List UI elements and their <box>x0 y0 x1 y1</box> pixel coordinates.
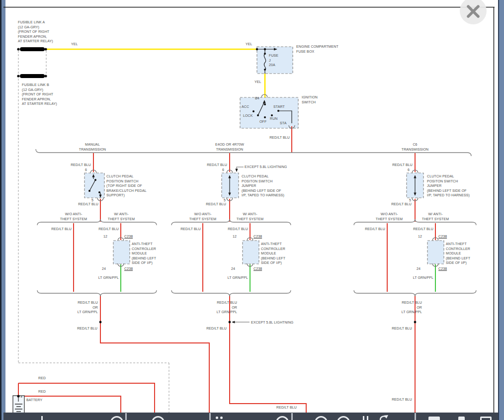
hash-icon[interactable] <box>363 416 364 420</box>
connector-c238[interactable]: C238 <box>253 266 262 271</box>
circle-person-icon[interactable] <box>152 416 165 420</box>
pin-12: 12 <box>233 234 237 239</box>
wire-label: RED/LT BLU <box>70 326 97 331</box>
ignition-switch-box <box>240 97 298 128</box>
col3-component-label: CLUTCH PEDAL POSITON SWITCH JUMPER (BEHI… <box>427 174 470 198</box>
wire-label-ignition-out: RED/LT BLU <box>262 135 290 140</box>
fusible-link-a-label: FUSIBLE LINK A (12 GA-GRY) (FRONT OF RIG… <box>18 20 53 44</box>
ignition-acc-label: ACC <box>242 104 249 109</box>
except-lightning-top-label: EXCEPT 5.8L LIGHTNING <box>245 165 287 169</box>
left-scroll-strip <box>1 0 5 420</box>
ignition-lock-label: LOCK <box>243 113 252 118</box>
pin-6: 6 <box>408 168 410 172</box>
toolbar-separator <box>125 413 127 420</box>
wire-label-green: LT GRN/PPL <box>221 275 248 280</box>
connector-c238[interactable]: C238 <box>253 234 262 239</box>
red-wires <box>18 126 435 413</box>
wire-label: RED/LT BLU <box>44 227 72 232</box>
atc-module-box-col1 <box>113 241 130 264</box>
wire-label: RED/LT BLU <box>385 397 412 402</box>
wire-label: RED/LT BLU <box>384 202 412 207</box>
wire-label: RED/LT BLU <box>385 326 412 331</box>
circle-zoom-out-icon[interactable] <box>315 416 328 420</box>
wire-label: RED/LT BLU <box>200 163 227 168</box>
wire-label-green: LT GRN/PPL <box>91 275 119 280</box>
right-scroll-strip[interactable] <box>498 0 504 420</box>
wire-label-or: RED/LT BLU OR LT GRN/PPL <box>58 300 98 315</box>
circle-lens-icon[interactable] <box>110 416 123 420</box>
circle-zoom-in-icon[interactable] <box>337 416 350 420</box>
connector-c238[interactable]: C238 <box>124 266 133 271</box>
hash-icon[interactable] <box>367 416 368 420</box>
page-outline-icon[interactable] <box>480 417 492 420</box>
atc-module-box-col3 <box>427 241 444 264</box>
connector-c238[interactable]: C238 <box>438 234 447 239</box>
connector-c238[interactable]: C238 <box>438 266 447 271</box>
plus-icon[interactable] <box>41 416 43 420</box>
pin-24: 24 <box>102 266 106 271</box>
w-antitheft-header: W/ ANTI- THEFT SYSTEM <box>225 212 275 221</box>
col2-title: E4OD OR 4R70W TRANSMISSION <box>205 142 254 152</box>
battery-symbol <box>13 396 24 414</box>
pin-24: 24 <box>231 266 235 271</box>
green-wires <box>121 264 435 292</box>
yel-wire-label-1: YEL <box>71 42 78 47</box>
page-wide-icon[interactable] <box>428 417 440 420</box>
wire-label-green: LT GRN/PPL <box>406 275 433 280</box>
page-small-icon[interactable] <box>458 417 465 420</box>
jumper-box-col3 <box>407 173 423 198</box>
fusible-link-b-label: FUSIBLE LINK B (12 GA-GRY) (FRONT OF RIG… <box>22 83 57 106</box>
yel-wire-label-2: YEL <box>246 42 252 47</box>
atc-module-box-col2 <box>243 241 259 264</box>
wire-label: RED/LT BLU <box>71 202 98 207</box>
wire-label: RED/LT BLU <box>64 163 91 168</box>
wire-label: RED/LT BLU <box>406 227 433 232</box>
wo-antitheft-header: W/O ANTI- THEFT SYSTEM <box>364 212 414 221</box>
yel-wire-label-3: YEL <box>254 80 261 84</box>
wiring-svg <box>0 0 504 420</box>
wo-antitheft-header: W/O ANTI- THEFT SYSTEM <box>49 212 98 221</box>
clutch-switch-symbol <box>89 176 100 196</box>
atc-module-label: ANTI-THEFT CONTROLLER MODULE (BEHIND LEF… <box>132 242 156 265</box>
junction-dots <box>17 48 416 397</box>
jumper-box-col2 <box>222 173 239 198</box>
wire-label: RED/LT BLU <box>276 405 297 410</box>
connector-c238[interactable]: C238 <box>124 234 133 239</box>
ignition-run-label: RUN <box>270 116 277 121</box>
fusible-links <box>20 47 45 78</box>
pin-12: 12 <box>103 234 107 239</box>
ignition-b4-label: B4 <box>255 96 259 101</box>
close-button[interactable] <box>460 0 487 24</box>
ignition-sta-label: STA <box>280 121 286 126</box>
fuse-arrow <box>274 48 277 50</box>
rail-and-braces <box>36 149 476 296</box>
pin-24: 24 <box>417 266 420 271</box>
ignition-wiper-arrow <box>263 100 266 103</box>
wire-label: RED/LT BLU <box>221 227 248 232</box>
partial-circle-icon[interactable] <box>276 416 289 420</box>
two-dots-icon[interactable] <box>216 417 218 419</box>
yellow-wires <box>46 49 265 97</box>
wire-label: RED/LT BLU <box>385 163 413 168</box>
toolbar-separator <box>291 413 293 420</box>
wire-label: RED/LT BLU <box>199 326 227 331</box>
ignition-switch-title: IGNITION SWITCH <box>302 95 318 104</box>
two-dots-icon[interactable] <box>220 417 223 419</box>
wo-antitheft-header: W/O ANTI- THEFT SYSTEM <box>178 212 228 221</box>
fuse-box-title: ENGINE COMPARTMENT FUSE BOX <box>296 44 338 54</box>
diagram-frame <box>3 7 495 414</box>
battery-plus-sign: + <box>20 395 22 400</box>
close-icon <box>460 0 487 24</box>
wiring-diagram-viewer: FUSIBLE LINK A (12 GA-GRY) (FRONT OF RIG… <box>0 0 504 420</box>
bottom-toolbar <box>3 413 498 420</box>
atc-module-label: ANTI-THEFT CONTROLLER MODULE (BEHIND LEF… <box>261 242 285 265</box>
pin-6: 6 <box>85 168 87 172</box>
ignition-off-label: OFF <box>259 119 266 124</box>
pin-6: 6 <box>222 168 224 172</box>
red-wire-label-2: RED <box>38 389 46 394</box>
clutch-switch-box-col1 <box>84 173 104 198</box>
fuse-j-label: FUSE J 20A <box>269 53 278 68</box>
ignition-start-label: START <box>273 104 285 109</box>
share-arrow-icon[interactable] <box>376 413 391 420</box>
w-antitheft-header: W/ ANTI- THEFT SYSTEM <box>411 212 460 221</box>
